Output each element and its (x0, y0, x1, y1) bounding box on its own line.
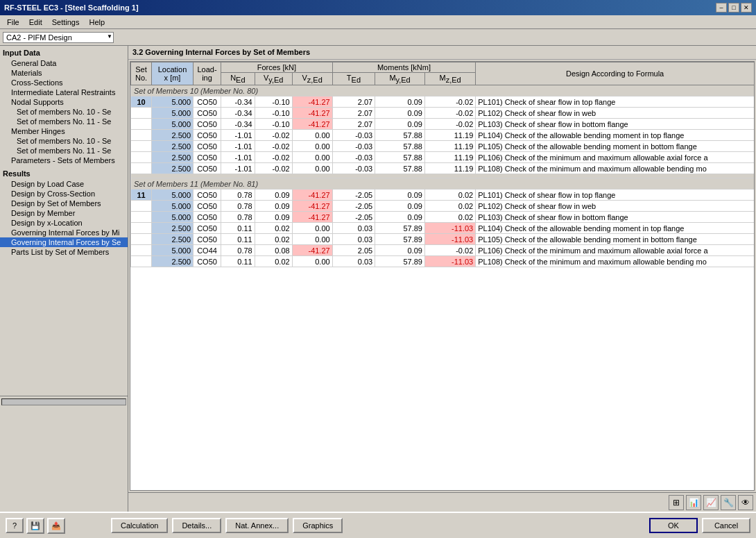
icon-btn-table[interactable]: ⊞ (669, 495, 684, 510)
nat-annex-button[interactable]: Nat. Annex... (225, 518, 289, 533)
sidebar-item-design-cross-section[interactable]: Design by Cross-Section (0, 189, 128, 199)
sidebar-item-hinges-set10[interactable]: Set of members No. 10 - Se (0, 136, 128, 146)
cell-formula: PL101) Check of shear flow in top flange (476, 96, 755, 108)
table-row: 2.500CO500.110.020.000.0357.89-11.03PL10… (131, 256, 755, 267)
sidebar-item-general-data[interactable]: General Data (0, 58, 128, 68)
cell-x: 2.500 (152, 130, 194, 141)
cell-ned: 0.11 (221, 234, 255, 245)
sidebar-item-member-hinges[interactable]: Member Hinges (0, 126, 128, 136)
cell-x: 2.500 (152, 234, 194, 245)
cell-ted: -0.03 (332, 130, 375, 141)
cell-ted: 2.07 (332, 108, 375, 119)
cell-mzed: 11.19 (424, 141, 475, 152)
cell-vyed: -0.02 (255, 141, 292, 152)
export-button[interactable]: 📤 (47, 518, 65, 534)
close-button[interactable]: ✕ (741, 3, 752, 12)
col-header-forces: Forces [kN] (221, 62, 333, 73)
graphics-button[interactable]: Graphics (293, 518, 343, 533)
minimize-button[interactable]: – (716, 3, 727, 12)
table-row: 5.000CO440.780.08-41.272.050.09-0.02PL10… (131, 245, 755, 256)
cell-set-no (131, 141, 152, 152)
cell-ted: -0.03 (332, 152, 375, 163)
save-button[interactable]: 💾 (26, 518, 44, 534)
maximize-button[interactable]: □ (728, 3, 739, 12)
sidebar-item-design-set-members[interactable]: Design by Set of Members (0, 199, 128, 208)
cell-vzed: 0.00 (292, 163, 332, 174)
cell-ted: 2.07 (332, 119, 375, 130)
help-button[interactable]: ? (6, 518, 24, 533)
cell-vyed: 0.02 (255, 256, 292, 267)
sidebar-item-nodal-supports[interactable]: Nodal Supports (0, 97, 128, 107)
cell-ted: -2.05 (332, 201, 375, 212)
sidebar-item-gov-forces-mi[interactable]: Governing Internal Forces by Mi (0, 228, 128, 237)
menu-edit[interactable]: Edit (25, 17, 46, 27)
sidebar-item-hinges-set11[interactable]: Set of members No. 11 - Se (0, 146, 128, 155)
sidebar-item-design-x-location[interactable]: Design by x-Location (0, 218, 128, 228)
table-row: 105.000CO50-0.34-0.10-41.272.070.09-0.02… (131, 96, 755, 108)
cell-vyed: 0.02 (255, 234, 292, 245)
cell-myed: 0.09 (375, 119, 425, 130)
cell-myed: 57.88 (375, 163, 425, 174)
cell-vyed: -0.02 (255, 163, 292, 174)
cell-mzed: -0.02 (424, 245, 475, 256)
menu-help[interactable]: Help (85, 17, 109, 27)
cell-ned: 0.78 (221, 212, 255, 223)
cell-myed: 57.88 (375, 141, 425, 152)
cell-formula: PL108) Check of the minimum and maximum … (476, 256, 755, 267)
sidebar-item-gov-forces-se[interactable]: Governing Internal Forces by Se (0, 237, 128, 247)
cell-set-no (131, 163, 152, 174)
cell-set-no (131, 212, 152, 223)
col-header-formula: Design According to Formula (476, 62, 755, 85)
sidebar-scrollbar[interactable] (0, 396, 128, 407)
table-row: 2.500CO50-1.01-0.020.00-0.0357.8811.19PL… (131, 152, 755, 163)
cell-myed: 57.88 (375, 130, 425, 141)
group-label-11: Set of Members 11 (Member No. 81) (131, 178, 755, 190)
cell-ned: -1.01 (221, 130, 255, 141)
sidebar-item-design-member[interactable]: Design by Member (0, 208, 128, 218)
ok-button[interactable]: OK (649, 518, 698, 533)
icon-btn-settings2[interactable]: 🔧 (721, 495, 736, 510)
table-row: 115.000CO500.780.09-41.27-2.050.090.02PL… (131, 190, 755, 201)
cell-mzed: 0.02 (424, 190, 475, 201)
cancel-button[interactable]: Cancel (702, 518, 750, 533)
sidebar-item-materials[interactable]: Materials (0, 68, 128, 78)
cell-ted: 0.03 (332, 223, 375, 234)
menu-settings[interactable]: Settings (48, 17, 84, 27)
cell-mzed: -11.03 (424, 256, 475, 267)
cell-x: 2.500 (152, 223, 194, 234)
sidebar-item-design-load-case[interactable]: Design by Load Case (0, 179, 128, 189)
cell-myed: 0.09 (375, 108, 425, 119)
menu-file[interactable]: File (3, 17, 24, 27)
footer-right: OK Cancel (649, 518, 750, 533)
table-container[interactable]: SetNo. Locationx [m] Load-ing Forces [kN… (130, 61, 755, 491)
cell-load: CO50 (194, 212, 221, 223)
cell-myed: 0.09 (375, 190, 425, 201)
calculation-button[interactable]: Calculation (111, 518, 168, 533)
cell-vzed: 0.00 (292, 152, 332, 163)
footer-left: ? 💾 📤 (6, 518, 65, 534)
cell-ned: -0.34 (221, 119, 255, 130)
details-button[interactable]: Details... (172, 518, 221, 533)
sidebar-item-cross-sections[interactable]: Cross-Sections (0, 78, 128, 87)
cell-vzed: -41.27 (292, 108, 332, 119)
col-header-vzed: Vz,Ed (292, 73, 332, 85)
cell-load: CO50 (194, 163, 221, 174)
cell-x: 5.000 (152, 96, 194, 108)
cell-set-no (131, 223, 152, 234)
sidebar-item-intermediate-lateral[interactable]: Intermediate Lateral Restraints (0, 87, 128, 97)
cell-ted: 0.03 (332, 234, 375, 245)
cell-mzed: -0.02 (424, 108, 475, 119)
cell-vzed: -41.27 (292, 190, 332, 201)
sidebar-item-set11-se[interactable]: Set of members No. 11 - Se (0, 117, 128, 126)
cell-ned: -1.01 (221, 152, 255, 163)
icon-btn-export[interactable]: 📈 (703, 495, 719, 510)
table-row: 2.500CO500.110.020.000.0357.89-11.03PL10… (131, 223, 755, 234)
design-case-dropdown[interactable]: CA2 - PIFM Design (3, 32, 114, 43)
icon-btn-chart[interactable]: 📊 (686, 495, 701, 510)
sidebar-item-parts-list[interactable]: Parts List by Set of Members (0, 247, 128, 257)
sidebar-item-parameters-sets[interactable]: Parameters - Sets of Members (0, 155, 128, 165)
col-header-moments: Moments [kNm] (332, 62, 476, 73)
cell-load: CO50 (194, 130, 221, 141)
sidebar-item-set10-se[interactable]: Set of members No. 10 - Se (0, 107, 128, 117)
icon-btn-view[interactable]: 👁 (738, 495, 753, 510)
